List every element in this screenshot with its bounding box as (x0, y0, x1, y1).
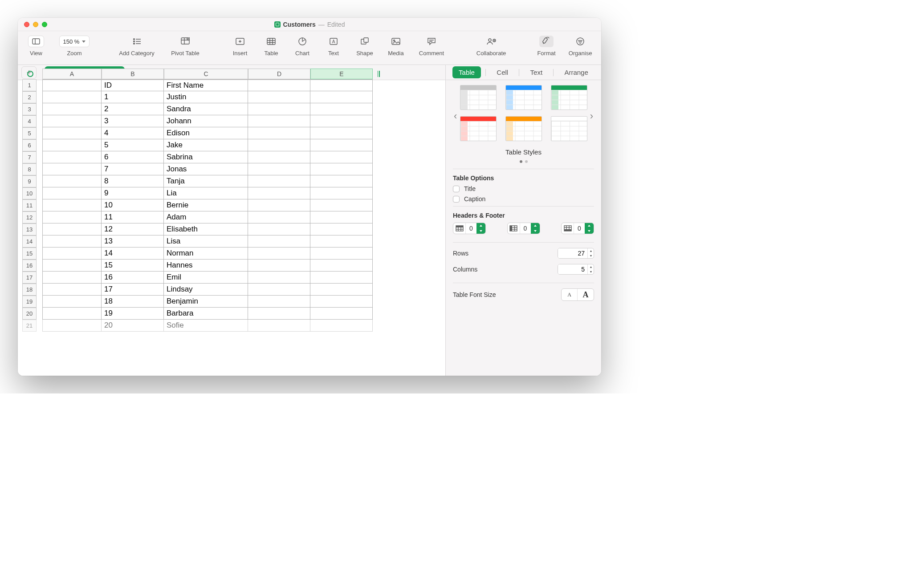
cell-D12[interactable] (248, 211, 310, 223)
cell-E2[interactable] (310, 91, 373, 103)
cell-D1[interactable] (248, 79, 310, 91)
cell-E13[interactable] (310, 223, 373, 235)
cell-C10[interactable]: Lia (164, 187, 248, 199)
zoom-select[interactable]: 150 % (59, 36, 90, 47)
cell-C5[interactable]: Edison (164, 127, 248, 139)
inspector-tab-arrange[interactable]: Arrange (558, 66, 594, 78)
cell-C12[interactable]: Adam (164, 211, 248, 223)
cell-C13[interactable]: Elisabeth (164, 223, 248, 235)
cell-E19[interactable] (310, 296, 373, 308)
row-header[interactable]: 21 (22, 320, 37, 332)
cell-C7[interactable]: Sabrina (164, 151, 248, 163)
cell-B1[interactable]: ID (102, 79, 164, 91)
cell-B17[interactable]: 16 (102, 272, 164, 284)
font-size-decrease[interactable]: A (562, 289, 578, 300)
collaborate-button[interactable]: Collaborate (470, 33, 512, 57)
cell-D11[interactable] (248, 199, 310, 211)
cell-D5[interactable] (248, 127, 310, 139)
cell-D2[interactable] (248, 91, 310, 103)
cell-D14[interactable] (248, 235, 310, 247)
cell-D15[interactable] (248, 247, 310, 260)
cell-A12[interactable] (42, 211, 102, 223)
cell-B13[interactable]: 12 (102, 223, 164, 235)
cell-A6[interactable] (42, 139, 102, 151)
font-size-increase[interactable]: A (578, 289, 594, 300)
cell-D19[interactable] (248, 296, 310, 308)
row-header[interactable]: 17 (22, 272, 37, 284)
table-style-red[interactable] (460, 116, 497, 141)
cell-B7[interactable]: 6 (102, 151, 164, 163)
caption-checkbox-input[interactable] (453, 196, 460, 203)
cell-C14[interactable]: Lisa (164, 235, 248, 247)
table-style-gray[interactable] (460, 85, 497, 110)
row-header[interactable]: 20 (22, 308, 37, 320)
cell-E20[interactable] (310, 308, 373, 320)
cell-E14[interactable] (310, 235, 373, 247)
cell-A15[interactable] (42, 247, 102, 260)
cell-E11[interactable] (310, 199, 373, 211)
table-style-plain[interactable] (551, 116, 587, 141)
column-header-E[interactable]: E (310, 69, 373, 79)
cell-A2[interactable] (42, 91, 102, 103)
cell-E21[interactable] (310, 320, 373, 332)
pivot-table-button[interactable]: Pivot Table (165, 33, 206, 57)
cell-B14[interactable]: 13 (102, 235, 164, 247)
cell-B9[interactable]: 8 (102, 175, 164, 187)
cell-B18[interactable]: 17 (102, 284, 164, 296)
cell-E3[interactable] (310, 103, 373, 115)
option-title-checkbox[interactable]: Title (453, 185, 594, 192)
cell-E10[interactable] (310, 187, 373, 199)
cell-A13[interactable] (42, 223, 102, 235)
cell-E7[interactable] (310, 151, 373, 163)
cell-D7[interactable] (248, 151, 310, 163)
cell-B19[interactable]: 18 (102, 296, 164, 308)
cell-B2[interactable]: 1 (102, 91, 164, 103)
row-header[interactable]: 2 (22, 91, 37, 103)
cell-B20[interactable]: 19 (102, 308, 164, 320)
cell-B3[interactable]: 2 (102, 103, 164, 115)
add-column-handle[interactable] (373, 71, 384, 77)
column-header-C[interactable]: C (164, 69, 248, 79)
cell-D3[interactable] (248, 103, 310, 115)
add-category-button[interactable]: Add Category (112, 33, 161, 57)
row-header[interactable]: 7 (22, 151, 37, 163)
cell-B5[interactable]: 4 (102, 127, 164, 139)
cell-E16[interactable] (310, 260, 373, 272)
column-header-B[interactable]: B (102, 69, 164, 79)
row-header[interactable]: 4 (22, 115, 37, 127)
cell-B11[interactable]: 10 (102, 199, 164, 211)
table-style-orange[interactable] (505, 116, 542, 141)
row-header[interactable]: 10 (22, 187, 37, 199)
row-header[interactable]: 5 (22, 127, 37, 139)
cell-C19[interactable]: Benjamin (164, 296, 248, 308)
close-window-button[interactable] (24, 22, 29, 27)
inspector-tab-text[interactable]: Text (524, 66, 549, 78)
insert-button[interactable]: Insert (226, 33, 254, 57)
cell-E8[interactable] (310, 163, 373, 175)
row-header[interactable]: 12 (22, 211, 37, 223)
cell-E4[interactable] (310, 115, 373, 127)
cell-A3[interactable] (42, 103, 102, 115)
cell-A1[interactable] (42, 79, 102, 91)
cell-A11[interactable] (42, 199, 102, 211)
cell-A17[interactable] (42, 272, 102, 284)
cell-A7[interactable] (42, 151, 102, 163)
cell-E17[interactable] (310, 272, 373, 284)
header-rows-stepper[interactable]: 0 (453, 223, 486, 234)
table-styles-next[interactable]: › (590, 110, 593, 122)
cell-D4[interactable] (248, 115, 310, 127)
inspector-tab-table[interactable]: Table (452, 66, 481, 78)
format-button[interactable]: Format (533, 33, 560, 57)
chart-button[interactable]: Chart (289, 33, 316, 57)
row-header[interactable]: 9 (22, 175, 37, 187)
row-header[interactable]: 14 (22, 235, 37, 247)
cell-A4[interactable] (42, 115, 102, 127)
cell-E15[interactable] (310, 247, 373, 260)
cell-C4[interactable]: Johann (164, 115, 248, 127)
cell-A16[interactable] (42, 260, 102, 272)
row-header[interactable]: 16 (22, 260, 37, 272)
table-style-green[interactable] (551, 85, 587, 110)
cell-B15[interactable]: 14 (102, 247, 164, 260)
cell-C15[interactable]: Norman (164, 247, 248, 260)
row-header[interactable]: 1 (22, 79, 37, 91)
